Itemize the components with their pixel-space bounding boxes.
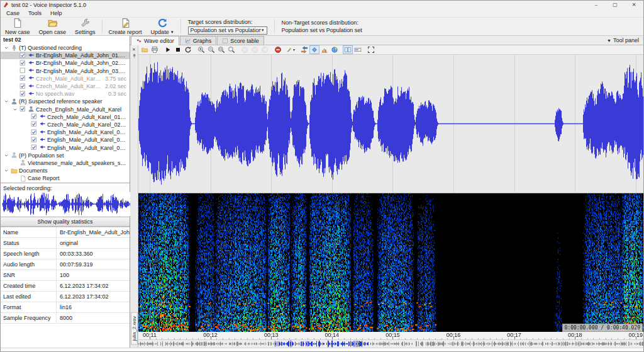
update-button[interactable]: Update▼: [147, 18, 179, 35]
create-report-button[interactable]: Create report: [104, 18, 147, 35]
stop-button[interactable]: [173, 45, 183, 54]
waveform-canvas[interactable]: [138, 55, 643, 193]
move-tool-button[interactable]: [299, 45, 309, 54]
property-name: Created time: [1, 283, 56, 289]
toolbar-separator: [274, 19, 275, 34]
expander-icon[interactable]: [12, 106, 18, 113]
property-row: Created time6.12.2023 17:34:02: [1, 281, 130, 292]
tab-wave-editor[interactable]: Wave editor: [131, 36, 179, 45]
tree-item[interactable]: English_Male_Adult_Karel_04.wav: [1, 136, 130, 144]
nontarget-scores-group: Non-Target scores distribution: Populati…: [277, 18, 367, 35]
tree-item[interactable]: (T) Questioned recording: [1, 44, 130, 52]
menu-item-case[interactable]: Case: [2, 9, 24, 17]
open-case-button[interactable]: Open case: [35, 18, 71, 35]
ruler-minor-tick: [484, 338, 484, 339]
settings-button[interactable]: Settings: [70, 18, 100, 35]
fullscreen-button[interactable]: [366, 45, 376, 54]
tool-panel-toggle[interactable]: ▼ Tool panel: [607, 37, 643, 43]
ruler-minor-tick: [338, 338, 339, 339]
export-button[interactable]: [150, 45, 160, 54]
tab-score-table[interactable]: Score table: [217, 36, 264, 45]
dock-file-tab[interactable]: julia_2.wav: [131, 312, 138, 345]
tree-item[interactable]: Case Report: [1, 174, 130, 182]
nav-forward-button: [250, 45, 260, 54]
nontarget-scores-label: Non-Target scores distribution:: [282, 20, 362, 26]
panel-toggle-button[interactable]: [353, 45, 363, 54]
expander-icon[interactable]: [3, 152, 9, 159]
tab-graphs[interactable]: Graphs: [180, 36, 217, 45]
tree-item[interactable]: No speech.wav0.3 sec: [1, 90, 130, 98]
checkbox-unchecked[interactable]: [19, 67, 26, 74]
ruler-minor-tick: [587, 338, 588, 339]
dock-close-button[interactable]: ✕: [131, 46, 138, 53]
nav-end-button: [260, 45, 270, 54]
new-case-button[interactable]: New case: [1, 18, 35, 35]
property-name: Last edited: [1, 293, 56, 300]
tree-item[interactable]: Vietnamese_male_adult_speakers_sorted_wa…: [1, 159, 130, 167]
window-title: test 02 - Voice Inspector 5.1.0: [11, 2, 86, 8]
ruler-minor-tick: [411, 338, 411, 339]
target-scores-combobox[interactable]: Population set vs Population set ▼: [188, 26, 267, 35]
expander-icon[interactable]: [3, 167, 9, 174]
property-value: original: [56, 238, 130, 248]
menu-item-help[interactable]: Help: [46, 9, 67, 17]
record-button[interactable]: [273, 45, 283, 54]
expander-icon[interactable]: [3, 45, 9, 51]
wave-arrow-icon: [39, 113, 46, 120]
tree-item[interactable]: Czech_Male_Adult_Karel_01(edited1).wav3.…: [1, 75, 130, 82]
play-button[interactable]: [163, 45, 173, 54]
tree-item[interactable]: Documents: [1, 167, 130, 174]
spectrogram-canvas[interactable]: [138, 193, 643, 332]
checkbox-checked[interactable]: [19, 91, 26, 98]
tab-label: Wave editor: [144, 38, 174, 44]
checkbox-checked[interactable]: [19, 52, 26, 59]
zoom-out-button[interactable]: [206, 45, 216, 54]
tree-item[interactable]: English_Male_Adult_Karel_03.wav: [1, 128, 130, 136]
checkbox-checked[interactable]: [31, 129, 38, 136]
ruler-minor-tick: [296, 338, 296, 339]
tree-item[interactable]: Br-English_Male_Adult_John_03.wav: [1, 67, 130, 75]
checkbox-checked[interactable]: [31, 121, 38, 128]
property-name: Name: [1, 229, 56, 236]
ruler-minor-tick: [405, 338, 406, 339]
zoom-selection-button[interactable]: [216, 45, 226, 54]
zoom-reset-button[interactable]: [226, 45, 236, 54]
checkbox-checked[interactable]: [19, 106, 26, 113]
checkbox-checked[interactable]: [31, 137, 38, 144]
tree-item[interactable]: (R) Suspected reference speaker: [1, 98, 130, 105]
checkbox-checked[interactable]: [31, 144, 38, 151]
tree-item[interactable]: Czech_Male_Adult_Karel_02.wav: [1, 121, 130, 128]
close-button[interactable]: ✕: [625, 1, 643, 9]
checkbox-checked[interactable]: [19, 60, 26, 67]
tree-item[interactable]: Czech_English_Male_Adult_Karel: [1, 106, 130, 113]
show-quality-statistics-button[interactable]: Show quality statistics: [1, 217, 130, 227]
pin-icon[interactable]: [131, 53, 138, 60]
tree-item[interactable]: Czech_Male_Adult_Karel_01(edited2).wav2.…: [1, 82, 130, 90]
tree-item[interactable]: Br-English_Male_Adult_John_02.wav: [1, 59, 130, 67]
checkbox-checked[interactable]: [19, 75, 26, 82]
expander-icon[interactable]: [3, 98, 9, 105]
menu-item-tools[interactable]: Tools: [24, 9, 46, 17]
chevron-down-icon: ▼: [170, 30, 174, 34]
loop-button[interactable]: [183, 45, 193, 54]
split-view-button[interactable]: [343, 45, 353, 54]
marker-tool-button[interactable]: ▼: [286, 45, 296, 54]
tree-item[interactable]: English_Male_Adult_Karel_05.wav: [1, 144, 130, 151]
histogram-view-button[interactable]: [319, 45, 330, 54]
tree-item[interactable]: (P) Population set: [1, 152, 130, 159]
selection-tool-button[interactable]: [309, 45, 319, 54]
globe-view-button[interactable]: [330, 45, 340, 54]
overview-canvas[interactable]: [138, 340, 643, 348]
checkbox-checked[interactable]: [19, 83, 26, 90]
checkbox-checked[interactable]: [31, 113, 38, 120]
zoom-in-button[interactable]: [196, 45, 206, 54]
property-row: Statusoriginal: [1, 238, 130, 249]
graph-tab-icon: [185, 38, 191, 44]
ruler-minor-tick: [642, 338, 643, 339]
open-folder-button[interactable]: [140, 45, 150, 54]
tree-item[interactable]: Br-English_Male_Adult_John_01.wav: [1, 52, 130, 59]
tree-item[interactable]: Czech_Male_Adult_Karel_01.wav: [1, 113, 130, 121]
property-name: Speech length: [1, 251, 56, 257]
maximize-button[interactable]: ▢: [606, 1, 625, 9]
minimize-button[interactable]: –: [587, 1, 606, 9]
